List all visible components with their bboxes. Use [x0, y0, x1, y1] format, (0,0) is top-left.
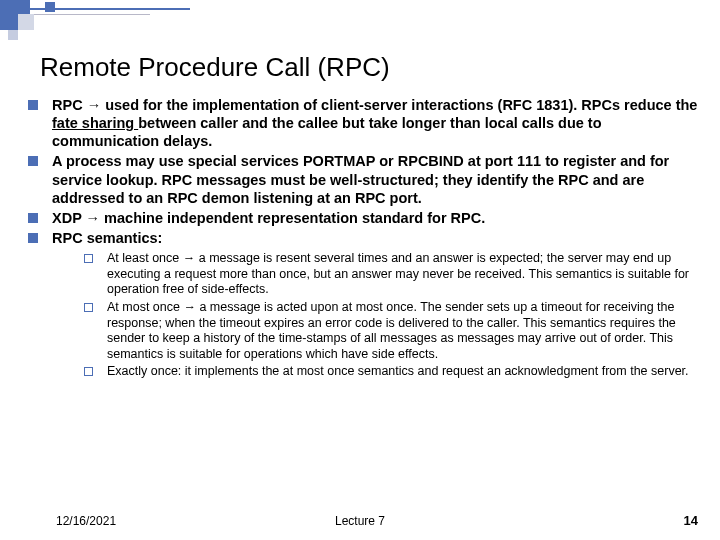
sub-bullet-item: Exactly once: it implements the at most … [84, 364, 698, 380]
bullet-item: A process may use special services PORTM… [28, 152, 698, 206]
square-bullet-icon [28, 213, 38, 223]
slide-title: Remote Procedure Call (RPC) [40, 52, 390, 83]
bullet-text: XDP → machine independent representation… [52, 209, 485, 227]
sub-bullet-item: At most once → a message is acted upon a… [84, 300, 698, 363]
square-bullet-icon [28, 100, 38, 110]
sub-bullet-text: At most once → a message is acted upon a… [107, 300, 698, 363]
sub-bullet-text: Exactly once: it implements the at most … [107, 364, 689, 380]
footer-page-number: 14 [684, 513, 698, 528]
square-bullet-icon [28, 156, 38, 166]
sub-bullet-item: At least once → a message is resent seve… [84, 251, 698, 298]
sub-bullet-text: At least once → a message is resent seve… [107, 251, 698, 298]
corner-decoration [0, 0, 200, 40]
bullet-item: XDP → machine independent representation… [28, 209, 698, 227]
bullet-item: RPC semantics: [28, 229, 698, 247]
sub-bullet-list: At least once → a message is resent seve… [84, 251, 698, 380]
bullet-item: RPC → used for the implementation of cli… [28, 96, 698, 150]
bullet-text: RPC semantics: [52, 229, 162, 247]
footer-lecture: Lecture 7 [0, 514, 720, 528]
hollow-square-bullet-icon [84, 367, 93, 376]
slide-content: RPC → used for the implementation of cli… [28, 96, 698, 382]
hollow-square-bullet-icon [84, 303, 93, 312]
hollow-square-bullet-icon [84, 254, 93, 263]
bullet-text: A process may use special services PORTM… [52, 152, 698, 206]
bullet-text: RPC → used for the implementation of cli… [52, 96, 698, 150]
square-bullet-icon [28, 233, 38, 243]
